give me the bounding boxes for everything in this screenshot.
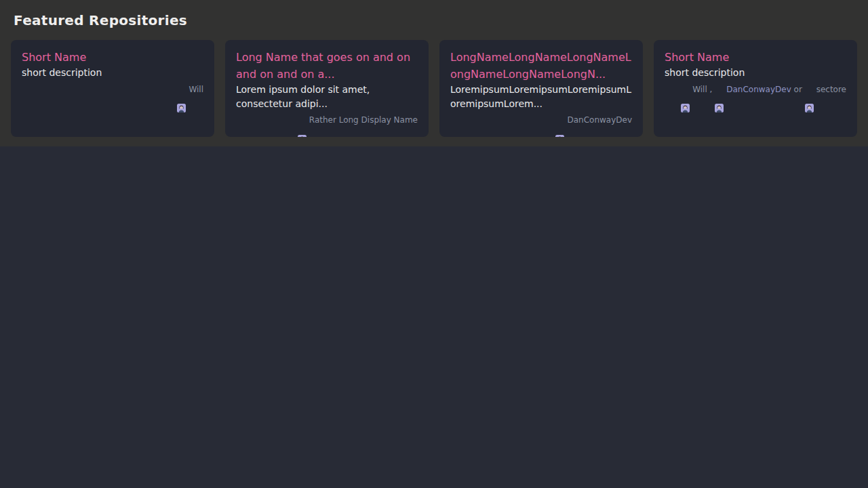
- avatar-icon: [681, 85, 690, 94]
- maintainer-separator: ,: [707, 85, 715, 94]
- maintainers-row: Will: [22, 85, 203, 94]
- avatar-icon: [805, 85, 814, 94]
- repo-description: Lorem ipsum dolor sit amet, consectetur …: [236, 83, 418, 110]
- repo-name[interactable]: Short Name: [665, 49, 846, 66]
- maintainer-link[interactable]: DanConwayDev: [555, 115, 632, 125]
- repo-name[interactable]: Long Name that goes on and on and on and…: [236, 49, 418, 83]
- avatar-icon: [715, 85, 724, 94]
- avatar-icon: [298, 116, 307, 125]
- repo-description: short description: [665, 66, 846, 80]
- maintainer-name: DanConwayDev: [726, 85, 791, 94]
- maintainers-row: DanConwayDev: [450, 115, 632, 125]
- maintainers-row: Rather Long Display Name: [236, 115, 418, 125]
- maintainer-link[interactable]: Will: [681, 85, 707, 94]
- maintainer-name: Will: [189, 85, 203, 94]
- repo-card[interactable]: Long Name that goes on and on and on and…: [225, 40, 429, 137]
- featured-repositories-section: Featured Repositories Short Name short d…: [0, 0, 868, 146]
- repo-name[interactable]: LongNameLongNameLongNameLongNameLongName…: [450, 49, 632, 83]
- maintainers-row: Will , DanConwayDev or sectore: [665, 85, 846, 94]
- maintainer-name: Rather Long Display Name: [309, 115, 418, 125]
- maintainer-separator: or: [791, 85, 805, 94]
- repo-card[interactable]: Short Name short description Will , DanC…: [654, 40, 857, 137]
- repo-card[interactable]: LongNameLongNameLongNameLongNameLongName…: [439, 40, 643, 137]
- maintainer-link[interactable]: Rather Long Display Name: [298, 115, 418, 125]
- maintainer-link[interactable]: Will: [177, 85, 203, 94]
- avatar-icon: [177, 85, 186, 94]
- maintainer-name: Will: [692, 85, 707, 94]
- avatar-icon: [555, 116, 564, 125]
- maintainer-name: sectore: [816, 85, 846, 94]
- page-title: Featured Repositories: [14, 12, 857, 28]
- maintainer-name: DanConwayDev: [567, 115, 632, 125]
- maintainer-link[interactable]: sectore: [805, 85, 846, 94]
- maintainer-link[interactable]: DanConwayDev: [715, 85, 791, 94]
- repo-description: short description: [22, 66, 203, 80]
- repo-card[interactable]: Short Name short description Will: [11, 40, 214, 137]
- repo-name[interactable]: Short Name: [22, 49, 203, 66]
- repo-cards-row: Short Name short description Will Long N…: [11, 40, 857, 137]
- repo-description: LoremipsumLoremipsumLoremipsumLoremipsum…: [450, 83, 632, 110]
